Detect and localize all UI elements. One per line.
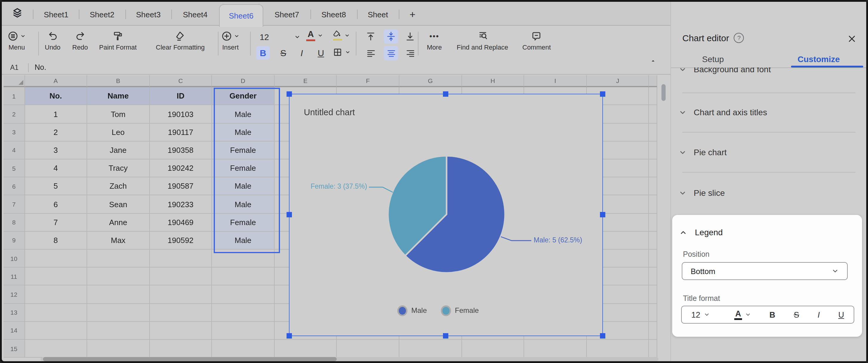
vertical-align-middle-button[interactable] [384,29,398,43]
cell[interactable] [25,322,87,339]
formula-input[interactable]: No. [35,61,46,73]
text-color-button[interactable]: A [306,30,323,41]
format-bold-button[interactable]: B [770,310,775,319]
cell[interactable] [87,286,150,304]
italic-button[interactable]: I [295,46,309,60]
cell-partial[interactable] [649,340,657,358]
cell[interactable] [150,304,212,322]
cell[interactable]: 1 [25,105,87,123]
tab-sheet[interactable]: Sheet [358,4,398,25]
cell[interactable]: ID [150,88,212,105]
cell[interactable] [337,340,399,358]
cell[interactable] [275,340,337,358]
cell[interactable]: 190233 [150,195,212,213]
format-italic-button[interactable]: I [817,310,820,319]
column-header-partial[interactable] [649,75,657,88]
row-header[interactable]: 8 [4,213,25,231]
font-size-select[interactable]: 12 [255,31,300,43]
cell-partial[interactable] [649,322,657,339]
cell[interactable] [462,340,524,358]
cell-partial[interactable] [649,105,657,123]
cell[interactable]: Sean [87,195,150,213]
section-background-and-font[interactable]: Background and font [679,67,860,84]
cell-partial[interactable] [649,177,657,195]
chart-object[interactable]: Untitled chart Female: 3 (37.5%) Male: 5… [289,94,603,336]
strikethrough-button[interactable]: S [276,46,290,60]
cell[interactable] [87,340,150,358]
column-header[interactable]: A [25,75,87,88]
horizontal-align-right-button[interactable] [403,46,417,60]
cell[interactable]: 190587 [150,177,212,195]
vertical-align-top-button[interactable] [364,29,378,43]
tab-sheet8[interactable]: Sheet8 [312,4,356,25]
section-chart-and-axis-titles[interactable]: Chart and axis titles [679,108,767,117]
format-underline-button[interactable]: U [838,310,844,319]
cell-partial[interactable] [649,213,657,231]
cell[interactable] [150,249,212,268]
cell[interactable]: Leo [87,123,150,141]
add-sheet-button[interactable]: + [401,4,425,25]
cell[interactable]: 190103 [150,105,212,123]
row-header[interactable]: 14 [4,322,25,339]
column-header[interactable]: J [587,75,649,88]
row-header[interactable]: 13 [4,304,25,322]
cell-partial[interactable] [649,142,657,159]
horizontal-align-left-button[interactable] [364,46,378,60]
cell[interactable] [150,322,212,339]
tab-sheet3[interactable]: Sheet3 [127,4,170,25]
close-panel-icon[interactable] [846,33,857,44]
cell[interactable] [212,304,275,322]
undo-button[interactable]: Undo [45,30,61,51]
cell[interactable]: 190117 [150,123,212,141]
cell[interactable] [25,286,87,304]
row-header[interactable]: 7 [4,195,25,213]
cell[interactable]: 190469 [150,213,212,231]
cell[interactable] [150,268,212,285]
cell[interactable] [212,249,275,268]
tab-sheet7[interactable]: Sheet7 [265,4,309,25]
row-header[interactable]: 12 [4,286,25,304]
cell-partial[interactable] [649,195,657,213]
cell[interactable] [399,340,462,358]
sheets-stack-icon[interactable] [9,5,25,21]
cell[interactable]: Male [212,177,275,195]
horizontal-align-center-button[interactable] [384,46,398,60]
row-header[interactable]: 15 [4,340,25,358]
cell[interactable]: 8 [25,232,87,249]
cell[interactable]: Name [87,88,150,105]
cell-partial[interactable] [649,232,657,249]
cell[interactable]: 7 [25,213,87,231]
format-strikethrough-button[interactable]: S [794,310,799,319]
tab-sheet6-active[interactable]: Sheet6 [219,4,263,27]
cell[interactable] [87,322,150,339]
tab-sheet2[interactable]: Sheet2 [80,4,124,25]
fill-color-button[interactable] [333,30,350,40]
column-header[interactable]: D [212,75,275,88]
chart-handle-bottom-mid[interactable] [443,333,448,338]
row-header[interactable]: 3 [4,123,25,141]
row-header[interactable]: 5 [4,159,25,177]
cell[interactable]: Zach [87,177,150,195]
tab-sheet4[interactable]: Sheet4 [173,4,218,25]
cell[interactable]: Male [212,232,275,249]
cell[interactable]: 190358 [150,142,212,159]
cell[interactable]: 3 [25,142,87,159]
legend-item-male[interactable]: Male [399,306,427,315]
tab-sheet1[interactable]: Sheet1 [35,4,78,25]
chart-handle-top-right[interactable] [600,91,605,97]
row-header[interactable]: 1 [4,88,25,105]
cell[interactable]: Anne [87,213,150,231]
cell[interactable] [25,268,87,285]
format-text-color-button[interactable]: A [734,309,751,320]
cell[interactable]: Female [212,213,275,231]
borders-button[interactable] [333,47,350,57]
menu-button[interactable]: Menu [8,30,26,51]
bold-button[interactable]: B [256,46,270,60]
cell[interactable]: Tracy [87,159,150,177]
cell[interactable]: 2 [25,123,87,141]
cell[interactable]: Female [212,142,275,159]
legend-position-select[interactable]: Bottom [682,262,848,280]
cell[interactable]: Male [212,195,275,213]
row-header[interactable]: 6 [4,177,25,195]
cell[interactable]: Male [212,123,275,141]
